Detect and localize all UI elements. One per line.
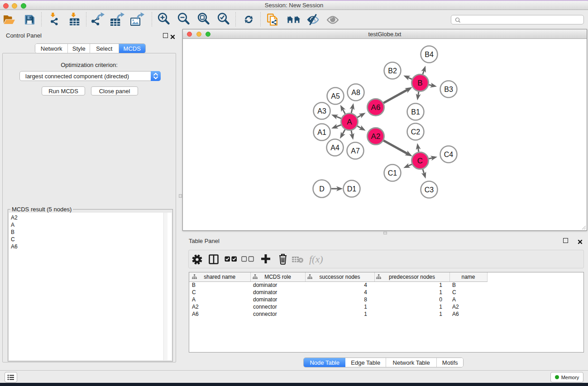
svg-text:A8: A8 — [351, 89, 360, 96]
svg-text:D1: D1 — [347, 185, 357, 193]
svg-text:A2: A2 — [371, 132, 381, 141]
svg-text:A5: A5 — [331, 92, 340, 100]
svg-text:B: B — [417, 79, 422, 87]
svg-text:C3: C3 — [425, 186, 434, 194]
svg-text:C2: C2 — [411, 128, 421, 136]
svg-text:A6: A6 — [371, 103, 381, 112]
svg-text:C1: C1 — [388, 169, 397, 177]
svg-text:A4: A4 — [330, 144, 339, 152]
svg-text:C4: C4 — [444, 151, 454, 158]
svg-text:B1: B1 — [411, 108, 420, 116]
svg-text:A7: A7 — [351, 147, 360, 155]
svg-text:A: A — [347, 118, 352, 126]
svg-text:A3: A3 — [317, 107, 326, 115]
svg-text:B4: B4 — [425, 51, 434, 58]
svg-text:A1: A1 — [317, 129, 326, 136]
svg-text:B2: B2 — [388, 67, 397, 75]
svg-text:B3: B3 — [444, 86, 453, 93]
svg-text:D: D — [319, 185, 325, 193]
svg-text:C: C — [417, 157, 423, 165]
